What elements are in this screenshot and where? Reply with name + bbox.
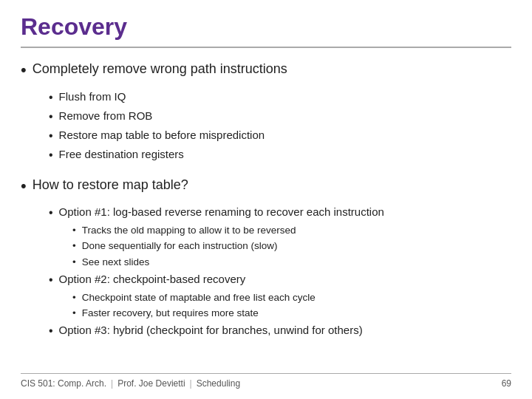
main-bullet-2: • How to restore map table? <box>21 176 511 197</box>
sub-dot: • <box>49 271 53 289</box>
sub-dot: • <box>49 322 53 340</box>
sub-sub-dot: • <box>72 239 76 253</box>
bullet-dot-2: • <box>21 176 27 197</box>
sub-bullet-restore-map-text: Restore map table to before mispredictio… <box>59 127 265 144</box>
sub-sub-done-seq: • Done sequentially for each instruction… <box>72 239 511 253</box>
footer-sep-1: | <box>111 378 113 389</box>
footer-course: CIS 501: Comp. Arch. <box>21 378 106 389</box>
sub-bullets-1: • Flush from IQ • Remove from ROB • Rest… <box>49 89 511 164</box>
bullet-dot-1: • <box>21 60 27 81</box>
content: • Completely remove wrong path instructi… <box>21 60 511 370</box>
sub-sub-checkpoint-state: • Checkpoint state of maptable and free … <box>72 290 511 305</box>
main-bullet-1: • Completely remove wrong path instructi… <box>21 60 511 81</box>
footer-left: CIS 501: Comp. Arch. | Prof. Joe Deviett… <box>21 378 240 389</box>
sub-sub-see-next: • See next slides <box>72 255 511 270</box>
sub-bullet-free-dest-text: Free destination registers <box>59 146 184 163</box>
sub-sub-faster-recovery-text: Faster recovery, but requires more state <box>82 306 259 321</box>
main-bullet-2-text: How to restore map table? <box>33 176 188 194</box>
sub-sub-dot: • <box>72 255 76 270</box>
sub-sub-tracks-old: • Tracks the old mapping to allow it to … <box>72 223 511 238</box>
footer-topic: Scheduling <box>197 378 240 389</box>
sub-dot: • <box>49 127 53 145</box>
sub-bullet-option1: • Option #1: log-based reverse renaming … <box>49 204 511 222</box>
slide: Recovery • Completely remove wrong path … <box>0 0 532 399</box>
sub-bullet-flush-iq: • Flush from IQ <box>49 89 511 106</box>
sub-bullet-free-dest: • Free destination registers <box>49 146 511 164</box>
sub-dot: • <box>49 108 53 126</box>
sub-bullet-flush-iq-text: Flush from IQ <box>59 89 126 106</box>
sub-sub-dot: • <box>72 290 76 305</box>
sub-bullet-remove-rob: • Remove from ROB <box>49 108 511 126</box>
slide-title: Recovery <box>21 13 511 48</box>
sub-bullet-option1-text: Option #1: log-based reverse renaming to… <box>59 204 384 221</box>
footer-page: 69 <box>502 378 511 389</box>
sub-sub-bullets-option2: • Checkpoint state of maptable and free … <box>72 290 511 321</box>
sub-sub-done-seq-text: Done sequentially for each instruction (… <box>82 239 278 253</box>
sub-sub-bullets-option1: • Tracks the old mapping to allow it to … <box>72 223 511 270</box>
sub-bullet-restore-map: • Restore map table to before mispredict… <box>49 127 511 145</box>
main-bullet-1-text: Completely remove wrong path instruction… <box>33 60 287 78</box>
sub-bullet-remove-rob-text: Remove from ROB <box>59 108 153 125</box>
sub-bullet-option3: • Option #3: hybrid (checkpoint for bran… <box>49 322 511 340</box>
sub-dot: • <box>49 89 53 106</box>
sub-sub-faster-recovery: • Faster recovery, but requires more sta… <box>72 306 511 321</box>
sub-bullet-option2-text: Option #2: checkpoint-based recovery <box>59 271 246 288</box>
sub-sub-tracks-old-text: Tracks the old mapping to allow it to be… <box>82 223 296 238</box>
sub-bullet-option2: • Option #2: checkpoint-based recovery <box>49 271 511 289</box>
footer-sep-2: | <box>190 378 192 389</box>
sub-bullet-option3-text: Option #3: hybrid (checkpoint for branch… <box>59 322 363 339</box>
sub-sub-dot: • <box>72 306 76 321</box>
sub-sub-dot: • <box>72 223 76 238</box>
footer: CIS 501: Comp. Arch. | Prof. Joe Deviett… <box>21 373 511 389</box>
sub-sub-see-next-text: See next slides <box>82 255 150 270</box>
footer-professor: Prof. Joe Devietti <box>117 378 185 389</box>
sub-dot: • <box>49 146 53 164</box>
sub-sub-checkpoint-state-text: Checkpoint state of maptable and free li… <box>82 290 316 305</box>
sub-dot: • <box>49 204 53 222</box>
sub-bullets-2: • Option #1: log-based reverse renaming … <box>49 204 511 340</box>
